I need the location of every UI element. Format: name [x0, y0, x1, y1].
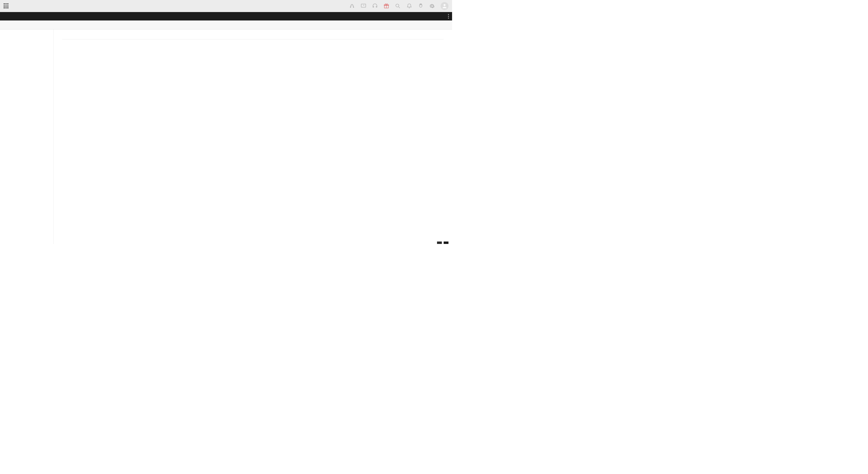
bell-icon[interactable]: [406, 3, 412, 9]
topbar-right: [349, 2, 448, 10]
gift-icon[interactable]: [383, 3, 390, 9]
svg-point-6: [448, 16, 449, 17]
footer-widgets: [437, 241, 448, 244]
topbar-left: [4, 3, 12, 9]
main-nav: [0, 12, 452, 21]
sub-nav: [0, 21, 452, 30]
alarms-widget[interactable]: [444, 241, 448, 244]
avatar[interactable]: [441, 2, 448, 10]
rocket-icon[interactable]: [349, 3, 355, 9]
divider: [62, 39, 444, 39]
plug-icon[interactable]: [418, 3, 424, 9]
sidebar-title: [0, 34, 53, 39]
sidebar: [0, 30, 54, 244]
more-menu-icon[interactable]: [448, 12, 449, 21]
svg-point-3: [396, 4, 399, 7]
body: [0, 30, 452, 244]
topbar: [0, 0, 452, 12]
presentation-icon[interactable]: [361, 3, 367, 9]
svg-point-7: [448, 18, 449, 19]
gear-icon[interactable]: [429, 3, 435, 9]
apps-grid-icon[interactable]: [4, 3, 9, 9]
headset-icon[interactable]: [372, 3, 378, 9]
svg-point-4: [444, 4, 446, 6]
search-icon[interactable]: [395, 3, 401, 9]
svg-point-5: [448, 14, 449, 15]
main-content: [54, 30, 452, 244]
completed-widget[interactable]: [437, 241, 442, 244]
